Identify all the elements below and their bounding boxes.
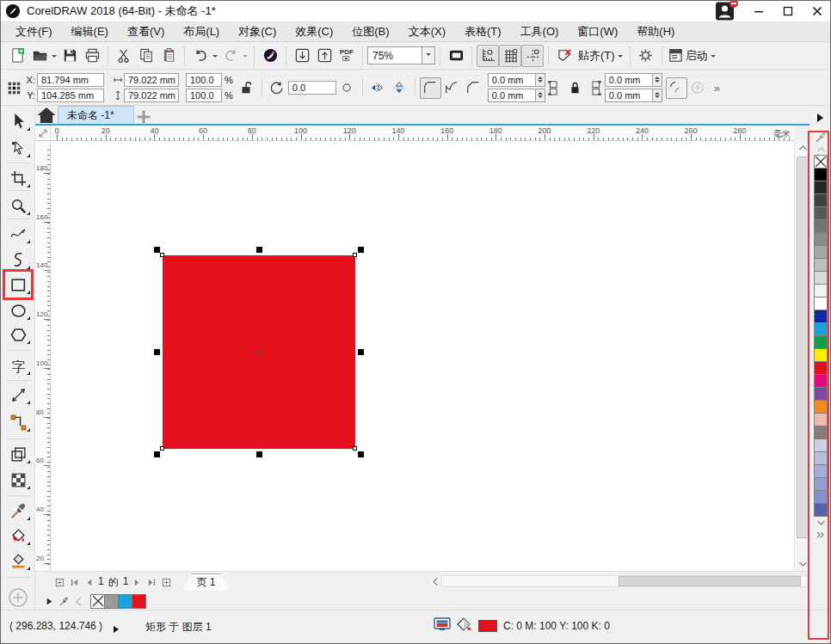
mirror-vertical-button[interactable]	[389, 77, 410, 99]
menu-item-table[interactable]: 表格(T)	[455, 22, 511, 41]
lock-ratio-button[interactable]	[236, 77, 257, 99]
fill-type-icon[interactable]	[457, 617, 472, 635]
object-height-field[interactable]: 79.022 mm	[124, 89, 179, 102]
redo-button[interactable]	[219, 45, 242, 67]
x-position-field[interactable]: 81.794 mm	[37, 73, 104, 87]
palette-color-swatch-20[interactable]	[814, 413, 828, 426]
rectangle-tool[interactable]	[3, 273, 33, 297]
palette-scroll-up-icon[interactable]	[809, 144, 831, 156]
menu-item-file[interactable]: 文件(F)	[6, 22, 62, 41]
connector-tool[interactable]	[3, 410, 33, 434]
palette-color-swatch-25[interactable]	[814, 477, 828, 491]
palette-color-swatch-11[interactable]	[814, 297, 828, 310]
document-palette-scroll-left-icon[interactable]	[71, 593, 86, 609]
scroll-left-icon[interactable]	[429, 574, 441, 588]
more-options-chevron-icon[interactable]: »	[714, 82, 720, 95]
document-palette-flyout-icon[interactable]	[42, 593, 57, 609]
shape-tool[interactable]	[3, 136, 33, 160]
cut-button[interactable]	[113, 45, 135, 67]
palette-eyedropper-icon[interactable]	[809, 130, 831, 144]
fullscreen-preview-button[interactable]	[445, 45, 467, 67]
palette-color-swatch-26[interactable]	[814, 490, 828, 504]
options-button[interactable]	[635, 45, 657, 67]
freehand-tool[interactable]	[3, 222, 33, 246]
document-palette-eyedropper-icon[interactable]	[57, 593, 71, 609]
menu-item-bitmaps[interactable]: 位图(B)	[342, 22, 398, 41]
selection-handle[interactable]	[256, 247, 262, 253]
menu-item-help[interactable]: 帮助(H)	[627, 22, 684, 41]
selection-handle[interactable]	[154, 247, 160, 253]
add-page-end-button[interactable]	[159, 574, 174, 590]
docpalette-color-swatch-1[interactable]	[104, 594, 119, 609]
palette-color-swatch-12[interactable]	[814, 310, 828, 323]
mirror-horizontal-button[interactable]	[367, 77, 389, 99]
palette-color-swatch-13[interactable]	[814, 322, 828, 336]
selection-handle[interactable]	[154, 349, 160, 355]
add-page-start-button[interactable]	[52, 574, 67, 590]
show-rulers-button[interactable]	[477, 45, 499, 67]
zoom-tool[interactable]	[3, 193, 33, 218]
palette-color-swatch-15[interactable]	[814, 348, 828, 362]
corner-node[interactable]	[353, 446, 357, 451]
palette-color-swatch-4[interactable]	[814, 206, 828, 220]
artistic-media-tool[interactable]	[3, 248, 33, 272]
dimension-tool[interactable]	[3, 383, 33, 407]
previous-page-button[interactable]	[82, 574, 96, 590]
corner-radius-br-spinner[interactable]	[653, 89, 662, 102]
paste-button[interactable]	[157, 45, 180, 67]
color-proof-icon[interactable]	[434, 617, 451, 635]
docpalette-color-swatch-3[interactable]	[132, 594, 146, 609]
redo-dropdown-icon[interactable]	[243, 55, 248, 60]
menu-item-effects[interactable]: 效果(C)	[286, 22, 342, 41]
document-tab[interactable]: 未命名 -1*	[58, 106, 134, 125]
palette-color-swatch-8[interactable]	[814, 258, 828, 272]
import-button[interactable]	[291, 45, 313, 67]
palette-color-swatch-21[interactable]	[814, 426, 828, 439]
menu-item-object[interactable]: 对象(C)	[229, 22, 286, 41]
chamfered-corner-button[interactable]	[463, 77, 484, 99]
export-button[interactable]	[313, 45, 335, 67]
palette-color-swatch-5[interactable]	[814, 219, 828, 233]
palette-color-swatch-10[interactable]	[814, 284, 828, 297]
menu-item-view[interactable]: 查看(V)	[118, 22, 174, 41]
corner-radius-bl-field[interactable]: 0.0 mm	[488, 89, 536, 102]
print-button[interactable]	[81, 45, 103, 67]
launcher-button[interactable]: 启动	[667, 45, 718, 67]
corner-radius-tl-spinner[interactable]	[536, 73, 545, 87]
minimize-button[interactable]	[744, 1, 773, 21]
corner-node[interactable]	[353, 253, 357, 257]
undo-dropdown-icon[interactable]	[212, 55, 218, 60]
palette-color-swatch-18[interactable]	[814, 387, 828, 401]
customize-toolbox-button[interactable]	[8, 587, 28, 608]
selection-handle[interactable]	[154, 451, 160, 457]
corner-radius-tr-spinner[interactable]	[653, 73, 662, 87]
drawing-canvas[interactable]	[51, 141, 794, 571]
pick-tool[interactable]	[3, 109, 33, 133]
selection-handle[interactable]	[358, 451, 364, 457]
scroll-up-icon[interactable]	[795, 141, 810, 155]
crop-tool[interactable]	[3, 166, 33, 190]
smart-fill-tool[interactable]	[3, 549, 33, 573]
menu-item-edit[interactable]: 编辑(E)	[62, 22, 118, 41]
tab-scroll-right-icon[interactable]	[815, 111, 825, 121]
color-eyedropper-tool[interactable]	[3, 499, 33, 523]
palette-color-swatch-14[interactable]	[814, 335, 828, 349]
selection-handle[interactable]	[256, 451, 262, 457]
palette-color-swatch-17[interactable]	[814, 374, 828, 388]
palette-color-swatch-1[interactable]	[814, 168, 828, 181]
palette-color-swatch-7[interactable]	[814, 245, 828, 259]
menu-item-window[interactable]: 窗口(W)	[568, 22, 627, 41]
palette-color-swatch-23[interactable]	[814, 451, 828, 465]
horizontal-scrollbar-track[interactable]	[441, 575, 808, 587]
polygon-tool[interactable]	[3, 322, 33, 347]
zoom-level-combobox[interactable]: 75%	[367, 46, 422, 64]
y-position-field[interactable]: 104.285 mm	[37, 89, 104, 102]
show-guidelines-button[interactable]	[521, 45, 544, 67]
palette-expand-icon[interactable]	[809, 529, 831, 541]
scale-horizontal-field[interactable]: 100.0	[186, 73, 222, 87]
interactive-fill-tool[interactable]	[3, 524, 33, 548]
palette-color-swatch-27[interactable]	[814, 503, 828, 517]
new-tab-button[interactable]	[134, 109, 153, 125]
selection-center-marker[interactable]	[255, 348, 263, 356]
add-property-button[interactable]	[687, 77, 709, 99]
